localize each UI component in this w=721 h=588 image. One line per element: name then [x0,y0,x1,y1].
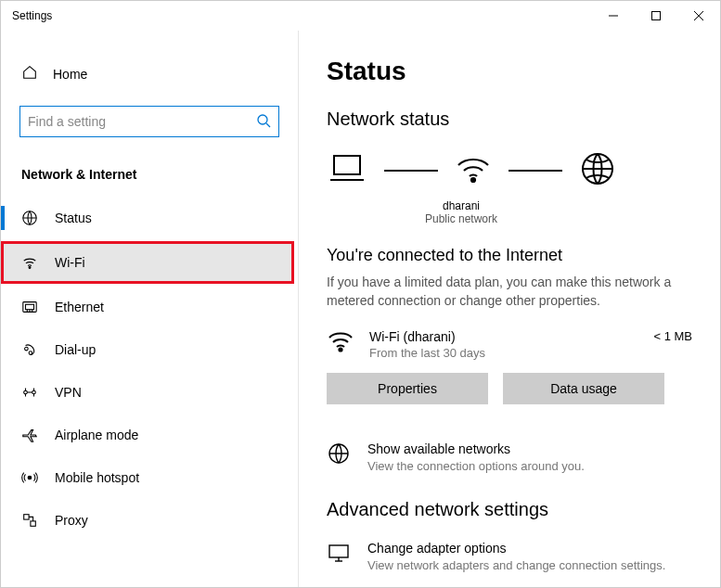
airplane-icon [21,427,38,443]
svg-point-18 [28,476,32,479]
sidebar-item-airplane[interactable]: Airplane mode [1,414,298,456]
maximize-button[interactable] [635,1,677,31]
connected-detail: If you have a limited data plan, you can… [327,273,692,311]
svg-line-5 [266,123,270,127]
status-icon [21,210,38,226]
hotspot-icon [21,469,38,486]
wifi-icon [21,254,38,271]
minimize-button[interactable] [592,1,635,31]
globe-small-icon [327,441,351,468]
connection-name: Wi-Fi (dharani) [369,329,638,344]
laptop-icon [327,152,367,188]
window-controls [592,1,720,31]
sidebar-item-status[interactable]: Status [1,197,298,239]
show-networks-desc: View the connection options around you. [367,459,585,473]
dialup-icon [21,341,38,358]
sidebar-item-proxy[interactable]: Proxy [1,499,298,542]
sidebar-item-label: Ethernet [55,300,104,314]
diagram-network-type: Public network [327,212,596,225]
sidebar-item-label: Proxy [55,513,88,528]
sidebar-item-dialup[interactable]: Dial-up [1,328,298,371]
sidebar-item-label: Status [55,211,92,225]
svg-rect-19 [24,515,29,519]
sidebar-item-label: Mobile hotspot [55,470,139,485]
svg-point-13 [25,347,29,351]
svg-point-22 [471,178,475,182]
data-usage-button[interactable]: Data usage [503,373,664,404]
sidebar-item-label: Wi-Fi [55,255,85,270]
window-titlebar: Settings [1,1,720,31]
svg-point-24 [339,348,341,351]
sidebar-item-label: VPN [55,385,82,400]
wifi-icon [327,329,354,356]
adapter-title: Change adapter options [367,541,665,556]
sidebar: Home Network & Internet Status Wi-Fi [1,31,298,587]
search-icon [256,113,271,131]
adapter-desc: View network adapters and change connect… [367,558,665,572]
diagram-labels: dharani Public network [327,199,596,225]
advanced-heading: Advanced network settings [327,499,692,520]
sidebar-item-label: Airplane mode [55,428,138,442]
adapter-options-link[interactable]: Change adapter options View network adap… [327,541,692,572]
maximize-icon [651,11,661,20]
connection-row: Wi-Fi (dharani) From the last 30 days < … [327,329,692,360]
svg-point-15 [24,390,28,394]
globe-icon [579,150,616,190]
svg-point-14 [29,352,32,355]
properties-button[interactable]: Properties [327,373,488,404]
connection-period: From the last 30 days [369,346,638,360]
show-networks-title: Show available networks [367,441,585,456]
wifi-large-icon [455,152,492,188]
diagram-line [384,170,438,172]
page-title: Status [327,57,692,86]
vpn-icon [21,384,38,401]
search-box[interactable] [19,106,279,137]
diagram-line [509,170,562,172]
svg-rect-26 [329,545,348,557]
section-network-status: Network status [327,109,692,130]
proxy-icon [21,512,38,529]
home-link[interactable]: Home [1,57,298,91]
sidebar-item-hotspot[interactable]: Mobile hotspot [1,456,298,499]
sidebar-item-wifi[interactable]: Wi-Fi [1,241,294,284]
search-input[interactable] [28,114,256,129]
show-networks-link[interactable]: Show available networks View the connect… [327,441,692,473]
connected-headline: You're connected to the Internet [327,246,692,265]
svg-point-4 [258,115,267,124]
adapter-icon [327,541,351,568]
sidebar-category: Network & Internet [1,156,298,197]
svg-rect-21 [334,156,360,174]
home-icon [21,64,38,83]
svg-rect-1 [652,12,661,20]
minimize-icon [609,11,618,20]
window-title: Settings [12,9,52,22]
svg-point-16 [32,390,36,394]
network-diagram [327,150,692,190]
ethernet-icon [21,299,38,315]
svg-point-7 [29,267,31,269]
close-icon [694,11,703,20]
home-label: Home [53,67,87,82]
svg-rect-20 [31,521,35,526]
connection-usage: < 1 MB [653,329,692,343]
sidebar-item-ethernet[interactable]: Ethernet [1,286,298,328]
sidebar-item-vpn[interactable]: VPN [1,371,298,414]
close-button[interactable] [677,1,720,31]
sidebar-item-label: Dial-up [55,342,96,357]
main-panel: Status Network status dharani Public net… [298,31,720,587]
diagram-ssid: dharani [327,199,596,212]
svg-rect-9 [26,304,34,309]
